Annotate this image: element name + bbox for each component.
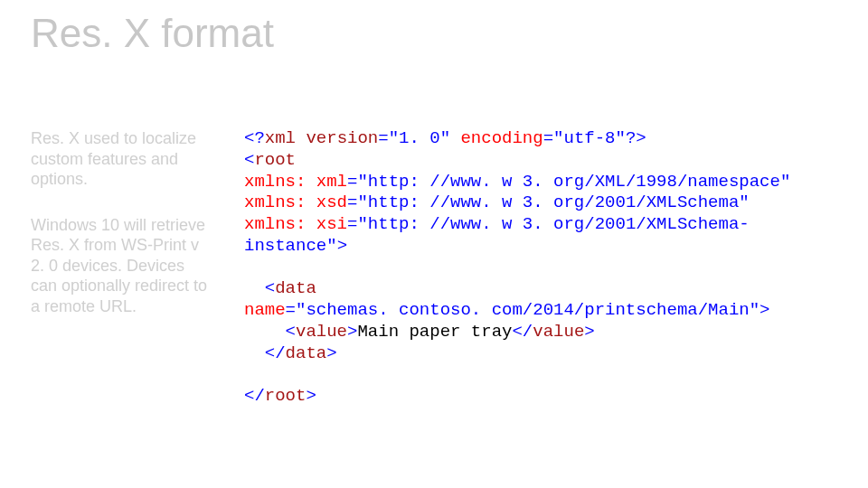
code-punct: >	[760, 300, 769, 320]
left-column: Res. X used to localize custom features …	[31, 128, 212, 342]
code-punct: instance"	[244, 236, 337, 256]
paragraph-1: Res. X used to localize custom features …	[31, 128, 212, 190]
code-punct: >	[326, 343, 336, 363]
code-punct: <	[244, 150, 254, 170]
paragraph-2: Windows 10 will retrieve Res. X from WS-…	[31, 215, 212, 317]
code-punct: </	[512, 322, 533, 342]
code-punct: </	[244, 386, 265, 406]
code-punct: ="http: //www. w 3. org/XML/1998/namespa…	[347, 172, 790, 192]
slide: Res. X format Res. X used to localize cu…	[0, 0, 868, 488]
code-attr: xmlns: xsd	[244, 192, 347, 212]
code-tag: xml version	[265, 128, 378, 148]
code-attr: encoding	[460, 128, 542, 148]
code-block: <?xml version="1. 0" encoding="utf-8"?> …	[244, 128, 841, 408]
code-punct: >	[306, 386, 316, 406]
code-punct: >	[347, 322, 357, 342]
code-punct: </	[244, 343, 286, 363]
code-tag: value	[296, 322, 347, 342]
code-attr: xmlns: xml	[244, 172, 347, 192]
code-punct: ="http: //www. w 3. org/2001/XMLSchema"	[347, 192, 750, 212]
code-punct: >	[584, 322, 594, 342]
code-tag: root	[265, 386, 307, 406]
code-tag: data	[275, 278, 316, 298]
code-attr: name	[244, 300, 286, 320]
code-punct: ="schemas. contoso. com/2014/printschema…	[286, 300, 760, 320]
code-punct: >	[337, 236, 347, 256]
code-text: Main paper tray	[357, 322, 512, 342]
code-punct: <?	[244, 128, 265, 148]
code-tag: data	[286, 343, 327, 363]
code-punct: <	[244, 322, 296, 342]
code-tag: root	[254, 150, 296, 170]
code-punct: ="1. 0"	[378, 128, 460, 148]
code-punct: >	[636, 128, 646, 148]
code-punct: ="utf-8"?	[543, 128, 637, 148]
code-punct: ="http: //www. w 3. org/2001/XMLSchema-	[347, 214, 750, 234]
code-attr: xmlns: xsi	[244, 214, 347, 234]
code-punct: <	[244, 278, 275, 298]
code-tag: value	[533, 322, 584, 342]
slide-title: Res. X format	[31, 11, 274, 56]
